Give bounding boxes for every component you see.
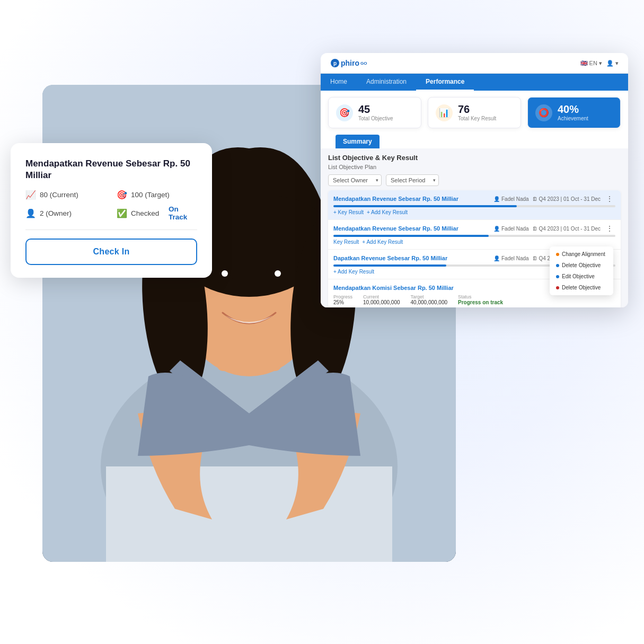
target-item: Target 40,000,000,000	[411, 294, 448, 305]
current-stat: 📈 80 (Current)	[25, 190, 106, 200]
ctx-label-2: Delete Objective	[562, 262, 601, 268]
obj-name: Mendapatkan Revenue Sebesar Rp. 50 Milli…	[333, 225, 493, 232]
ctx-label-1: Change Alignment	[562, 251, 605, 257]
obj-name: Mendapatkan Revenue Sebesar Rp. 50 Milli…	[333, 196, 493, 202]
check-in-button[interactable]: Check In	[25, 239, 197, 265]
status-value: Progress on track	[458, 299, 503, 305]
logo-icon: p	[330, 58, 340, 68]
owner-stat: 👤 2 (Owner)	[25, 205, 106, 221]
context-menu: Change Alignment Delete Objective Edit O…	[550, 246, 613, 295]
add-key-result-link[interactable]: + Add Key Result	[362, 239, 403, 245]
nav-performance[interactable]: Performance	[416, 74, 474, 91]
svg-point-10	[275, 270, 281, 277]
objective-stat: 45 Total Objective	[358, 104, 393, 121]
card-title: Mendapatkan Revenue Sebesar Rp. 50 Milli…	[25, 158, 197, 181]
owner-meta: 👤 Fadel Nada	[493, 226, 528, 232]
target-icon: 🎯	[117, 190, 127, 200]
key-result-link[interactable]: Key Result	[333, 239, 359, 245]
obj-meta: 👤 Fadel Nada 🗓 Q4 2023 | 01 Oct - 31 Dec…	[493, 195, 615, 203]
window-controls: 🇬🇧 EN ▾ 👤 ▾	[580, 60, 619, 67]
card-stats: 📈 80 (Current) 🎯 100 (Target) 👤 2 (Owner…	[25, 190, 197, 221]
stats-row: 🎯 45 Total Objective 📊 76 Total Key Resu…	[321, 91, 628, 135]
summary-tab-bar: Summary	[321, 135, 628, 148]
obj-actions: + Key Result + Add Key Result	[333, 209, 615, 215]
summary-tab[interactable]: Summary	[336, 135, 380, 148]
objective-label: Total Objective	[358, 116, 393, 121]
ctx-delete-objective-2[interactable]: Delete Objective	[550, 282, 613, 293]
checked-value: Checked	[131, 209, 159, 217]
logo-text: phiro	[341, 59, 359, 67]
more-options-btn[interactable]: ⋮	[604, 195, 615, 203]
objectives-table: Mendapatkan Revenue Sebesar Rp. 50 Milli…	[328, 190, 621, 307]
pd-value: 10,000,000,000	[363, 299, 400, 305]
owner-icon: 👤	[25, 208, 36, 218]
pd-label: Status	[458, 294, 503, 299]
checked-icon: ✅	[117, 208, 127, 218]
ctx-dot-red	[556, 286, 559, 289]
period-meta: 🗓 Q4 2023 | 01 Oct - 31 Dec	[532, 226, 601, 232]
achievement-value: 40%	[558, 104, 588, 114]
nav-administration[interactable]: Administration	[357, 74, 416, 91]
ctx-edit-objective[interactable]: Edit Objective	[550, 271, 613, 282]
progress-fill	[333, 205, 517, 207]
section-sub: List Objective Plan	[328, 164, 621, 170]
ctx-label-4: Delete Objective	[562, 285, 601, 290]
period-filter[interactable]: Select Period	[386, 174, 439, 186]
keyresult-value: 76	[458, 104, 496, 114]
ctx-change-alignment[interactable]: Change Alignment	[550, 249, 613, 260]
floating-card: Mendapatkan Revenue Sebesar Rp. 50 Milli…	[11, 143, 212, 278]
progress-bar	[333, 235, 615, 237]
app-logo: p phiro GO	[330, 58, 367, 68]
ctx-dot-orange	[556, 253, 559, 256]
owner-meta: 👤 Fadel Nada	[493, 196, 528, 202]
svg-point-9	[222, 270, 228, 277]
logo-sup: GO	[360, 61, 367, 66]
add-key-result-link[interactable]: + Add Key Result	[367, 209, 408, 215]
period-filter-wrap: Select Period	[386, 174, 439, 186]
pd-label: Target	[411, 294, 448, 299]
stat-card-keyresult: 📊 76 Total Key Result	[428, 97, 521, 128]
checked-stat: ✅ Checked On Track	[117, 205, 197, 221]
target-value: 100 (Target)	[131, 191, 170, 199]
obj-row-header: Mendapatkan Revenue Sebesar Rp. 50 Milli…	[333, 195, 615, 203]
pd-value: 25%	[333, 299, 352, 305]
current-value: 80 (Current)	[40, 191, 78, 199]
current-icon: 📈	[25, 190, 36, 200]
obj-row-header: Mendapatkan Revenue Sebesar Rp. 50 Milli…	[333, 224, 615, 233]
keyresult-label: Total Key Result	[458, 116, 496, 121]
obj-meta: 👤 Fadel Nada 🗓 Q4 2023 | 01 Oct - 31 Dec…	[493, 224, 615, 233]
ctx-label-3: Edit Objective	[562, 274, 595, 279]
on-track-badge[interactable]: On Track	[169, 205, 197, 221]
owner-meta: 👤 Fadel Nada	[493, 255, 528, 261]
ctx-dot-blue-2	[556, 275, 559, 278]
keyresult-stat: 76 Total Key Result	[458, 104, 496, 121]
stat-card-achievement: ⭕ 40% Achievement	[527, 97, 621, 128]
progress-fill	[333, 264, 446, 267]
achievement-icon: ⭕	[535, 104, 552, 121]
card-divider	[25, 230, 197, 230]
table-row: Mendapatkan Revenue Sebesar Rp. 50 Milli…	[328, 190, 621, 220]
ctx-delete-objective-1[interactable]: Delete Objective	[550, 260, 613, 271]
progress-item: Progress 25%	[333, 294, 352, 305]
owner-filter[interactable]: Select Owner	[328, 174, 382, 186]
window-header: p phiro GO 🇬🇧 EN ▾ 👤 ▾	[321, 53, 628, 74]
ctx-dot-blue	[556, 264, 559, 267]
add-key-result-btn[interactable]: + Key Result	[333, 209, 364, 215]
status-item: Status Progress on track	[458, 294, 503, 305]
achievement-label: Achievement	[558, 116, 588, 121]
owner-value: 2 (Owner)	[40, 209, 72, 217]
add-key-result-link[interactable]: + Add Key Result	[333, 269, 374, 275]
svg-text:p: p	[333, 60, 337, 66]
table-row: Mendapatkan Revenue Sebesar Rp. 50 Milli…	[328, 220, 621, 250]
obj-name: Dapatkan Revenue Sebesar Rp. 50 Milliar	[333, 255, 493, 261]
pd-label: Progress	[333, 294, 352, 299]
objective-icon: 🎯	[336, 104, 353, 121]
nav-home[interactable]: Home	[321, 74, 357, 91]
app-window: p phiro GO 🇬🇧 EN ▾ 👤 ▾ Home Administrati…	[321, 53, 628, 307]
pd-label: Current	[363, 294, 400, 299]
more-options-btn[interactable]: ⋮	[604, 224, 615, 233]
objective-value: 45	[358, 104, 393, 114]
current-item: Current 10,000,000,000	[363, 294, 400, 305]
svg-rect-12	[106, 466, 392, 562]
user-icon[interactable]: 👤 ▾	[606, 60, 619, 67]
